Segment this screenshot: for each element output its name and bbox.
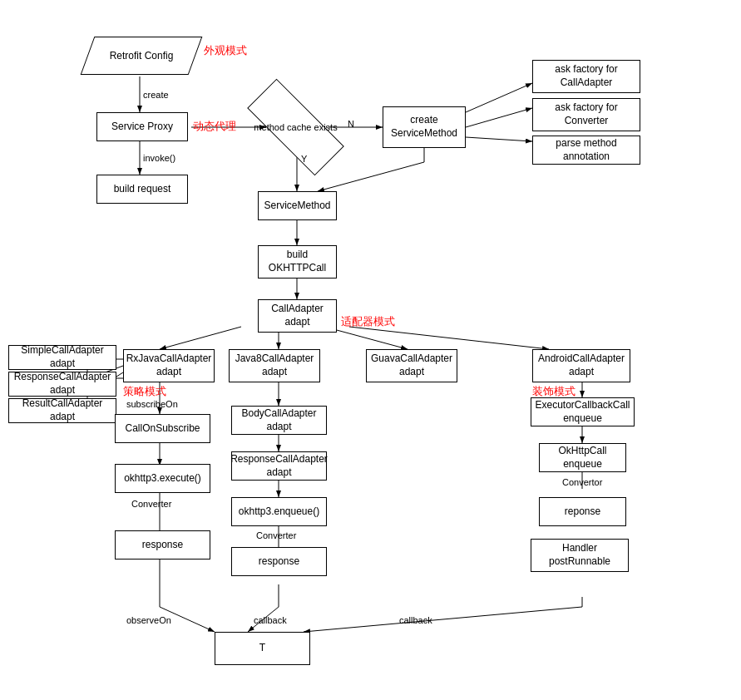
call-adapter-adapt-label: CallAdapter adapt xyxy=(259,303,336,328)
response-2-label: response xyxy=(259,555,299,569)
svg-line-17 xyxy=(349,327,549,349)
java8-call-adapter-label: Java8CallAdapter adapt xyxy=(230,352,319,378)
build-request-label: build request xyxy=(114,183,171,196)
create-service-method-node: create ServiceMethod xyxy=(383,106,466,148)
outer-mode-label: 外观模式 xyxy=(204,43,247,58)
okhttp3-execute-node: okhttp3.execute() xyxy=(115,464,210,493)
android-call-adapter-label: AndroidCallAdapter adapt xyxy=(533,352,630,378)
guava-call-adapter-label: GuavaCallAdapter adapt xyxy=(367,352,457,378)
create-label: create xyxy=(143,90,169,100)
android-call-adapter-node: AndroidCallAdapter adapt xyxy=(532,349,630,382)
svg-line-11 xyxy=(318,162,424,191)
svg-line-14 xyxy=(160,327,241,349)
method-cache-label: method cache exists xyxy=(254,121,337,133)
simple-call-adapter-node: SimpleCallAdapter adapt xyxy=(8,345,116,370)
callback-1-label: callback xyxy=(254,615,287,625)
service-method-node: ServiceMethod xyxy=(258,191,337,220)
dynamic-proxy-label: 动态代理 xyxy=(193,119,236,134)
observe-on-label: observeOn xyxy=(126,615,171,625)
adapter-mode-label: 适配器模式 xyxy=(341,314,395,329)
result-call-adapter-label: ResultCallAdapter adapt xyxy=(9,397,116,423)
invoke-label: invoke() xyxy=(143,153,175,163)
subscribe-on-label: subscribeOn xyxy=(126,399,178,409)
service-proxy-label: Service Proxy xyxy=(111,121,173,134)
ask-factory-call-adapter-node: ask factory for CallAdapter xyxy=(532,60,640,93)
response-call-adapter2-node: ResponseCallAdapter adapt xyxy=(231,451,327,481)
java8-call-adapter-node: Java8CallAdapter adapt xyxy=(229,349,320,382)
converter-label-1: Converter xyxy=(131,499,171,509)
body-call-adapter-node: BodyCallAdapter adapt xyxy=(231,406,327,435)
simple-call-adapter-label: SimpleCallAdapter adapt xyxy=(9,344,116,370)
t-result-label: T xyxy=(259,642,265,655)
call-adapter-adapt-node: CallAdapter adapt xyxy=(258,299,337,333)
svg-line-16 xyxy=(324,327,408,349)
n-label: N xyxy=(348,119,354,129)
call-on-subscribe-label: CallOnSubscribe xyxy=(125,422,200,436)
svg-line-6 xyxy=(466,83,532,112)
okhttp3-enqueue-node: okhttp3.enqueue() xyxy=(231,497,327,526)
callback-2-label: callback xyxy=(399,615,432,625)
guava-call-adapter-node: GuavaCallAdapter adapt xyxy=(366,349,457,382)
svg-line-38 xyxy=(304,607,582,632)
response-2-node: response xyxy=(231,547,327,576)
build-okhttp-node: build OKHTTPCall xyxy=(258,245,337,279)
method-cache-diamond: method cache exists xyxy=(248,106,343,148)
create-service-method-label: create ServiceMethod xyxy=(383,114,465,140)
executor-callback-label: ExecutorCallbackCall enqueue xyxy=(531,399,634,425)
service-proxy-node: Service Proxy xyxy=(96,112,188,141)
t-result-node: T xyxy=(215,632,310,665)
retrofit-config-label: Retrofit Config xyxy=(110,50,174,62)
convertor-label: Convertor xyxy=(562,477,602,487)
y-label: Y xyxy=(301,154,307,164)
okhttp3-enqueue-label: okhttp3.enqueue() xyxy=(239,505,319,519)
rxjava-call-adapter-label: RxJavaCallAdapter adapt xyxy=(124,352,214,378)
ask-factory-converter-label: ask factory for Converter xyxy=(533,101,640,127)
strategy-mode-label: 策略模式 xyxy=(123,384,166,399)
service-method-label: ServiceMethod xyxy=(264,200,330,213)
response-call-adapter-label: ResponseCallAdapter adapt xyxy=(9,371,116,397)
response-call-adapter2-label: ResponseCallAdapter adapt xyxy=(230,453,328,479)
ask-factory-call-adapter-label: ask factory for CallAdapter xyxy=(533,63,640,89)
response-1-label: response xyxy=(142,539,183,552)
converter-label-2: Converter xyxy=(256,530,296,540)
retrofit-config-node: Retrofit Config xyxy=(83,35,200,76)
diagram: Retrofit Config 外观模式 create Service Prox… xyxy=(0,0,741,700)
svg-line-8 xyxy=(466,137,532,141)
result-call-adapter-node: ResultCallAdapter adapt xyxy=(8,398,116,423)
reponse-label: reponse xyxy=(565,505,600,519)
body-call-adapter-label: BodyCallAdapter adapt xyxy=(232,407,326,433)
executor-callback-node: ExecutorCallbackCall enqueue xyxy=(531,397,635,426)
build-okhttp-label: build OKHTTPCall xyxy=(259,249,336,274)
reponse-node: reponse xyxy=(539,497,626,526)
ask-factory-converter-node: ask factory for Converter xyxy=(532,98,640,131)
call-on-subscribe-node: CallOnSubscribe xyxy=(115,414,210,443)
response-1-node: response xyxy=(115,530,210,560)
okhttp3-execute-label: okhttp3.execute() xyxy=(124,472,201,486)
rxjava-call-adapter-node: RxJavaCallAdapter adapt xyxy=(123,349,215,382)
okhttp-call-label: OkHttpCall enqueue xyxy=(540,445,625,471)
svg-line-7 xyxy=(466,108,532,127)
handler-post-label: Handler postRunnable xyxy=(531,542,628,568)
parse-method-annotation-node: parse method annotation xyxy=(532,136,640,165)
okhttp-call-node: OkHttpCall enqueue xyxy=(539,443,626,472)
parse-method-annotation-label: parse method annotation xyxy=(533,137,640,163)
build-request-node: build request xyxy=(96,175,188,204)
response-call-adapter-node: ResponseCallAdapter adapt xyxy=(8,372,116,397)
handler-post-node: Handler postRunnable xyxy=(531,539,629,572)
